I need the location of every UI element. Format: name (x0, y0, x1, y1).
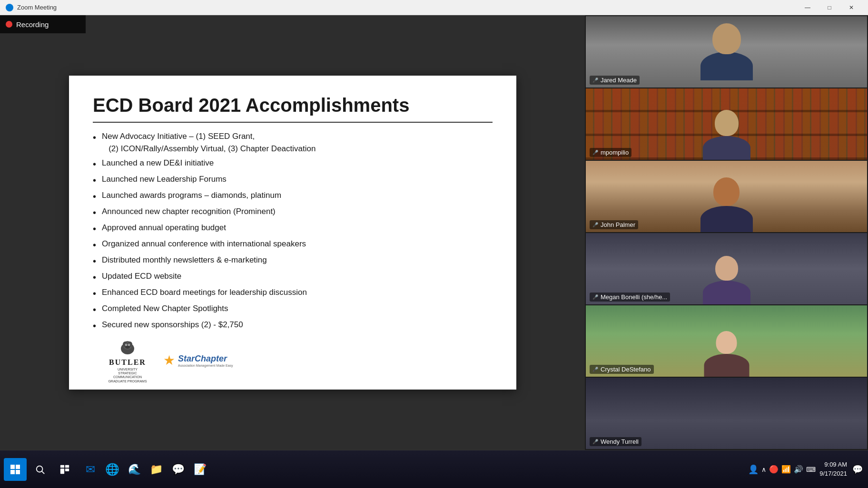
butler-name: BUTLER (109, 358, 146, 367)
participant-john-palmer[interactable]: 🎤 John Palmer (586, 161, 867, 232)
close-button[interactable]: ✕ (840, 0, 862, 15)
mic-on-icon-6: 🎤 (592, 439, 598, 444)
svg-rect-9 (10, 465, 15, 469)
svg-point-13 (37, 466, 43, 472)
maximize-button[interactable]: □ (819, 0, 840, 15)
main-content-area: ECD Board 2021 Accomplishments New Advoc… (0, 15, 585, 450)
bullet-10: Enhanced ECD board meetings for leadersh… (93, 286, 493, 301)
wendy-name: Wendy Turrell (601, 438, 639, 445)
butler-sub: UNIVERSITYSTRATEGIC COMMUNICATIONGRADUAT… (106, 368, 149, 384)
taskbar-edge-icon[interactable]: 🌊 (124, 459, 145, 480)
star-icon: ★ (163, 354, 175, 367)
svg-rect-17 (60, 468, 64, 474)
bullet-6: Approved annual operating budget (93, 222, 493, 236)
butler-bulldog-icon (118, 338, 137, 357)
mic-on-icon-5: 🎤 (592, 367, 598, 372)
bullet-9: Updated ECD website (93, 270, 493, 285)
jared-meade-name: Jared Meade (601, 77, 637, 84)
megan-label: 🎤 Megan Bonelli (she/he... (590, 293, 670, 302)
volume-icon[interactable]: 🔊 (794, 465, 803, 474)
mic-on-icon-4: 🎤 (592, 294, 598, 300)
john-name: John Palmer (601, 221, 635, 228)
expand-icon[interactable]: ∧ (761, 466, 766, 473)
butler-logo: BUTLER UNIVERSITYSTRATEGIC COMMUNICATION… (106, 338, 149, 384)
recording-indicator (6, 21, 12, 28)
bullet-7: Organized annual conference with interna… (93, 238, 493, 253)
mic-on-icon-3: 🎤 (592, 222, 598, 227)
wendy-label: 🎤 Wendy Turrell (590, 437, 641, 446)
starchapter-logo: ★ StarChapter Association Management Mad… (163, 354, 233, 367)
sponsor-logos: BUTLER UNIVERSITYSTRATEGIC COMMUNICATION… (106, 338, 493, 384)
svg-rect-15 (60, 465, 64, 468)
app-icon (6, 4, 13, 11)
person-icon: 👤 (748, 464, 759, 475)
mpo-name: mpompilio (601, 149, 629, 156)
megan-name: Megan Bonelli (she/he... (601, 293, 667, 301)
starchapter-name: StarChapter (178, 354, 233, 364)
svg-rect-18 (65, 468, 69, 471)
bullet-11: Completed New Chapter Spotlights (93, 303, 493, 317)
slide-bullets: New Advocacy Initiative – (1) SEED Grant… (93, 130, 493, 333)
taskbar-date-display: 9/17/2021 (819, 469, 847, 478)
bullet-4: Launched awards programs – diamonds, pla… (93, 189, 493, 204)
starchapter-sub: Association Management Made Easy (178, 364, 233, 367)
task-view-button[interactable] (53, 458, 76, 481)
keyboard-icon: ⌨ (806, 466, 816, 473)
taskbar-clock[interactable]: 9:09 AM 9/17/2021 (819, 460, 847, 478)
svg-rect-16 (65, 465, 69, 468)
bullet-2: Launched a new DE&I initiative (93, 157, 493, 172)
crystal-label: 🎤 Crystal DeStefano (590, 365, 654, 374)
bullet-1: New Advocacy Initiative – (1) SEED Grant… (93, 130, 493, 156)
participant-wendy-turrell[interactable]: 🎤 Wendy Turrell (586, 378, 867, 449)
jared-head (712, 23, 741, 54)
window-title: Zoom Meeting (17, 4, 797, 11)
minimize-button[interactable]: — (797, 0, 819, 15)
participant-jared-meade[interactable]: 🎤 Jared Meade (586, 16, 867, 88)
taskbar-ie-icon[interactable]: 🌐 (102, 459, 123, 480)
jared-meade-label: 🎤 Jared Meade (590, 76, 640, 85)
taskbar-zoom-icon[interactable]: 💬 (168, 459, 188, 480)
bullet-3: Launched new Leadership Forums (93, 173, 493, 188)
participant-megan-bonelli[interactable]: 🎤 Megan Bonelli (she/he... (586, 233, 867, 304)
taskbar-file-icon[interactable]: 📁 (146, 459, 167, 480)
taskbar-right: 👤 ∧ 🔴 📶 🔊 ⌨ 9:09 AM 9/17/2021 💬 (748, 458, 864, 481)
presentation-slide: ECD Board 2021 Accomplishments New Advoc… (69, 76, 516, 390)
mic-on-icon: 🎤 (592, 78, 598, 83)
wifi-icon: 📶 (781, 465, 791, 474)
slide-divider (93, 122, 493, 123)
svg-point-8 (125, 346, 130, 349)
svg-point-7 (128, 344, 129, 345)
taskbar-mail-icon[interactable]: ✉ (80, 459, 101, 480)
search-button[interactable] (29, 458, 51, 481)
svg-point-6 (126, 344, 127, 345)
svg-line-14 (42, 471, 45, 474)
taskbar-time-display: 9:09 AM (819, 460, 847, 469)
window-controls: — □ ✕ (797, 0, 862, 15)
bullet-5: Announced new chapter recognition (Promi… (93, 205, 493, 220)
bullet-12: Secured new sponsorships (2) - $2,750 (93, 319, 493, 333)
participants-sidebar: 🎤 Jared Meade 🎤 mpompilio (585, 15, 868, 450)
participant-mpompilio[interactable]: 🎤 mpompilio (586, 88, 867, 160)
mpo-label: 🎤 mpompilio (590, 148, 631, 157)
notifications-button[interactable]: 💬 (851, 458, 864, 481)
slide-title: ECD Board 2021 Accomplishments (93, 95, 493, 116)
svg-rect-11 (10, 470, 15, 474)
taskbar: ✉ 🌐 🌊 📁 💬 📝 👤 ∧ 🔴 📶 🔊 ⌨ 9:09 AM 9/17/202… (0, 450, 868, 488)
svg-rect-10 (16, 465, 20, 469)
security-icon: 🔴 (769, 465, 779, 474)
svg-rect-12 (16, 470, 20, 474)
start-button[interactable] (4, 458, 27, 481)
crystal-name: Crystal DeStefano (601, 366, 651, 373)
recording-bar: Recording (0, 15, 86, 33)
jared-body (700, 52, 753, 80)
bullet-8: Distributed monthly newsletters & e-mark… (93, 254, 493, 269)
john-label: 🎤 John Palmer (590, 220, 638, 229)
mic-on-icon-2: 🎤 (592, 150, 598, 155)
taskbar-word-icon[interactable]: 📝 (189, 459, 210, 480)
title-bar: Zoom Meeting — □ ✕ (0, 0, 868, 15)
taskbar-apps: ✉ 🌐 🌊 📁 💬 📝 (80, 459, 210, 480)
recording-label: Recording (16, 20, 49, 29)
participant-crystal-destefano[interactable]: 🎤 Crystal DeStefano (586, 305, 867, 377)
system-tray: 👤 ∧ 🔴 📶 🔊 ⌨ (748, 464, 816, 475)
